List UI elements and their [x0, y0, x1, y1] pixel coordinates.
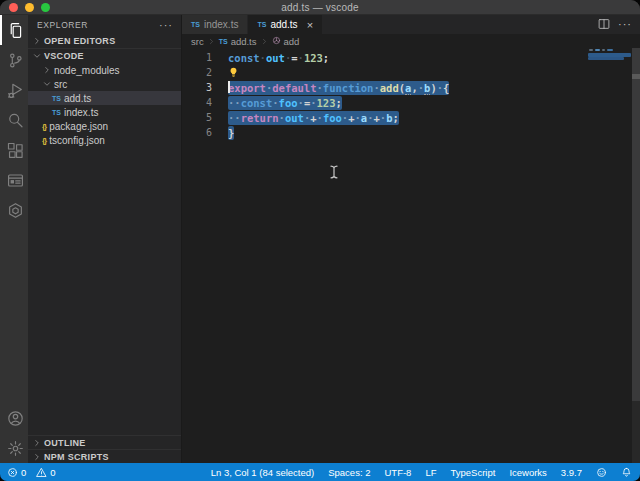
code-token: 123 [317, 97, 336, 109]
minimize-window-button[interactable] [25, 3, 34, 12]
sidebar-more-actions-button[interactable]: ··· [159, 22, 173, 28]
tree-item-tsconfig-json[interactable]: {}tsconfig.json [28, 133, 181, 147]
status-typescript[interactable]: TypeScript [450, 467, 495, 478]
bell-icon[interactable] [621, 467, 632, 478]
status-utf-8[interactable]: UTF-8 [384, 467, 411, 478]
tree-item-index-ts[interactable]: TSindex.ts [28, 105, 181, 119]
typescript-file-icon: TS [191, 21, 200, 28]
minimap-selection-block-2 [588, 57, 624, 60]
workspace-section[interactable]: VSCODE [28, 49, 181, 63]
app-window-icon[interactable] [0, 165, 28, 195]
tab-add-ts[interactable]: TSadd.ts× [248, 15, 323, 34]
activity-bar-spacer [0, 225, 28, 403]
breadcrumb-item-add-ts[interactable]: TSadd.ts [219, 36, 257, 47]
editor-more-actions-button[interactable]: ··· [618, 22, 632, 27]
line-number[interactable]: 6 [182, 127, 212, 138]
line-content: } [228, 125, 234, 140]
minimap-mark [607, 49, 613, 51]
source-control-icon[interactable] [0, 45, 28, 75]
chevron-down-icon [42, 80, 51, 89]
code-line-5[interactable]: 5··return·out·+·foo·+·a·+·b; [182, 110, 640, 125]
close-tab-icon[interactable]: × [307, 20, 313, 30]
close-window-button[interactable] [9, 3, 18, 12]
code-editor[interactable]: 1const·out·=·123;23export·default·functi… [182, 48, 640, 463]
status-bar: 00 Ln 3, Col 1 (84 selected)Spaces: 2UTF… [0, 463, 640, 481]
status-iceworks[interactable]: Iceworks [509, 467, 546, 478]
typescript-file-icon: TS [52, 109, 61, 116]
tree-item-label: src [54, 79, 67, 90]
tabs-container: TSindex.tsTSadd.ts× [182, 15, 323, 34]
tree-item-node-modules[interactable]: node_modules [28, 63, 181, 77]
run-and-debug-icon[interactable] [0, 75, 28, 105]
lightbulb-code-action-icon[interactable] [228, 67, 239, 78]
text-cursor-pointer-icon [328, 164, 340, 180]
breadcrumb-item-src[interactable]: src [191, 36, 204, 47]
breadcrumb-label: src [191, 36, 204, 47]
whitespace-dots: ·· [228, 97, 241, 109]
warning-count-value: 0 [50, 467, 55, 478]
settings-icon[interactable] [0, 433, 28, 463]
status-lf[interactable]: LF [425, 467, 436, 478]
search-icon[interactable] [0, 105, 28, 135]
tab-index-ts[interactable]: TSindex.ts [182, 15, 248, 34]
status-spaces-2[interactable]: Spaces: 2 [328, 467, 370, 478]
code-line-4[interactable]: 4··const·foo·=·123; [182, 95, 640, 110]
code-token: out [266, 52, 285, 64]
sidebar-header: EXPLORER ··· [28, 15, 181, 34]
split-editor-icon[interactable] [598, 16, 610, 34]
dependencies-icon[interactable] [0, 195, 28, 225]
code-line-3[interactable]: 3export·default·function·add(a,·b)·{ [182, 80, 640, 95]
breadcrumb: srcTSadd.tsadd [182, 34, 640, 48]
selection-highlight: export·default·function·add(a,·b)·{ [228, 81, 449, 95]
errors-count[interactable]: 0 [7, 467, 26, 478]
code-line-2[interactable]: 2 [182, 65, 640, 80]
json-file-icon: {} [42, 136, 46, 145]
tree-item-add-ts[interactable]: TSadd.ts [28, 91, 181, 105]
tree-item-label: tsconfig.json [49, 135, 105, 146]
scrollbar-thumb[interactable] [632, 74, 640, 79]
status-left: 00 [7, 467, 66, 478]
tree-item-package-json[interactable]: {}package.json [28, 119, 181, 133]
status-right: Ln 3, Col 1 (84 selected)Spaces: 2UTF-8L… [211, 467, 632, 478]
extensions-icon[interactable] [0, 135, 28, 165]
zoom-window-button[interactable] [41, 3, 50, 12]
tree-item-label: node_modules [54, 65, 120, 76]
code-token: export [228, 82, 266, 94]
breadcrumb-item-add[interactable]: add [272, 36, 300, 47]
line-number[interactable]: 4 [182, 97, 212, 108]
warnings-count[interactable]: 0 [36, 467, 55, 478]
tree-item-label: add.ts [64, 93, 91, 104]
open-editors-section[interactable]: OPEN EDITORS [28, 34, 181, 49]
chevron-down-icon [32, 52, 41, 61]
line-content [228, 65, 239, 80]
tab-label: index.ts [204, 19, 238, 30]
section-outline[interactable]: OUTLINE [28, 435, 181, 449]
code-line-6[interactable]: 6} [182, 125, 640, 140]
error-count-value: 0 [21, 467, 26, 478]
selection-highlight: ··const·foo·=·123; [228, 96, 342, 110]
editor-actions: ··· [590, 15, 640, 34]
tree-item-src[interactable]: src [28, 77, 181, 91]
status-ln-3-col-1-84-selected[interactable]: Ln 3, Col 1 (84 selected) [211, 467, 315, 478]
chevron-right-icon [32, 452, 41, 461]
code-line-1[interactable]: 1const·out·=·123; [182, 50, 640, 65]
feedback-icon[interactable] [596, 467, 607, 478]
code-token: foo [323, 112, 342, 124]
minimap-mark [602, 49, 605, 51]
line-number[interactable]: 5 [182, 112, 212, 123]
code-token: } [228, 127, 234, 139]
section-npm-scripts[interactable]: NPM SCRIPTS [28, 449, 181, 463]
line-number[interactable]: 3 [182, 82, 212, 93]
minimap[interactable] [588, 49, 631, 61]
typescript-file-icon: TS [219, 38, 228, 45]
code-token: ; [336, 97, 342, 109]
code-token: const [241, 97, 273, 109]
minimap-line-marks [589, 49, 613, 51]
scrollbar-track[interactable] [632, 48, 640, 401]
line-number[interactable]: 1 [182, 52, 212, 63]
whitespace-dots: ·· [228, 112, 241, 124]
status-3-9-7[interactable]: 3.9.7 [561, 467, 582, 478]
explorer-icon[interactable] [0, 15, 28, 45]
account-icon[interactable] [0, 403, 28, 433]
line-number[interactable]: 2 [182, 67, 212, 78]
